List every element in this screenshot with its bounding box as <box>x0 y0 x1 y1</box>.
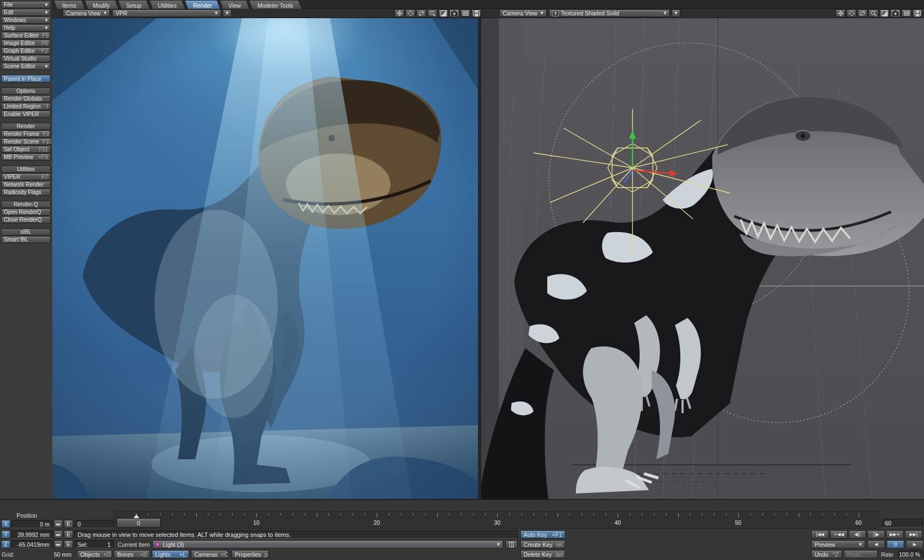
render-view-icon[interactable] <box>449 9 459 17</box>
right-viewport-options-dropdown[interactable]: ▼ <box>672 9 680 17</box>
tab-render[interactable]: Render <box>186 0 219 9</box>
limited-region-button[interactable]: Limited Regionl <box>1 103 51 110</box>
zoom-view-icon[interactable] <box>427 9 437 17</box>
enable-viper-button[interactable]: Enable VIPER <box>1 111 51 118</box>
network-render-button[interactable]: Network Render <box>1 181 51 188</box>
right-render-mode-dropdown[interactable]: TTextured Shaded Solid▼ <box>549 9 670 17</box>
preview-dropdown[interactable]: Preview▼ <box>811 540 865 548</box>
ruler-tick <box>654 513 654 515</box>
pause-button[interactable]: || <box>887 540 904 548</box>
save-view-icon[interactable] <box>471 9 481 17</box>
jump-first-frame-button[interactable]: |◀◀ <box>811 530 829 539</box>
lights-mode-button[interactable]: Lights+L <box>152 550 189 558</box>
viper-button[interactable]: VIPERF7 <box>1 173 51 180</box>
chevron-down-icon: ▼ <box>674 11 677 15</box>
redo-button[interactable]: Redo <box>844 550 878 558</box>
left-viewport-vpr-render[interactable] <box>52 18 478 499</box>
tab-modeler-tools[interactable]: Modeler Tools <box>250 0 300 9</box>
render-scene-button[interactable]: Render SceneF10 <box>1 138 51 145</box>
open-renderq-button[interactable]: Open RenderQ <box>1 208 51 216</box>
minmax-view-icon[interactable] <box>879 9 889 17</box>
ruler-tick <box>618 513 618 517</box>
create-key-button[interactable]: Create Keyret <box>520 540 565 548</box>
jump-last-frame-button[interactable]: ▶▶| <box>905 530 922 539</box>
close-renderq-button[interactable]: Close RenderQ <box>1 216 51 223</box>
graph-editor-button[interactable]: Graph Editor^F2 <box>1 47 51 54</box>
ruler-tick <box>377 513 377 517</box>
image-editor-button[interactable]: Image EditorF6 <box>1 40 51 47</box>
render-frame-button[interactable]: Render FrameF9 <box>1 130 51 138</box>
properties-button[interactable]: Propertiesp <box>232 550 269 558</box>
scene-editor-button[interactable]: Scene Editor▼ <box>1 63 51 70</box>
left-view-mode-dropdown[interactable]: Camera View▼ <box>63 9 110 17</box>
x-nudge-arrows[interactable]: ◀▶ <box>54 520 63 528</box>
right-view-mode-dropdown[interactable]: Camera View▼ <box>499 9 547 17</box>
tab-items[interactable]: Items <box>55 0 84 9</box>
smart-ibl-button[interactable]: Smart IBL <box>1 236 51 243</box>
center-item-icon[interactable] <box>835 9 845 17</box>
rate-value-field[interactable]: 100.0 % <box>898 550 923 558</box>
y-position-field[interactable]: 39.9992 mm <box>12 530 53 539</box>
render-globals-button[interactable]: Render Globals <box>1 95 51 102</box>
play-forward-button[interactable]: ▶ <box>906 540 923 548</box>
ruler-tick <box>762 513 763 515</box>
y-axis-button[interactable]: Y <box>1 530 10 539</box>
view-menu-icon[interactable] <box>901 9 911 17</box>
move-view-icon[interactable] <box>405 9 415 17</box>
undo-button[interactable]: Undo^Z <box>811 550 842 558</box>
item-properties-icon[interactable] <box>505 540 518 548</box>
file-menu-button[interactable]: File▼ <box>1 1 51 8</box>
minmax-view-icon[interactable] <box>438 9 448 17</box>
bones-mode-button[interactable]: Bones+B <box>114 550 150 558</box>
surface-editor-button[interactable]: Surface EditorF5 <box>1 32 51 39</box>
move-view-icon[interactable] <box>846 9 856 17</box>
left-viewport-options-dropdown[interactable]: ▼ <box>223 9 232 17</box>
next-keyframe-button[interactable]: ▶▶+ <box>886 530 904 539</box>
current-frame-field[interactable]: 0 <box>74 520 114 528</box>
timeline-ruler[interactable]: 0 0102030405060 <box>114 511 879 529</box>
previous-keyframe-button[interactable]: +◀◀ <box>830 530 848 539</box>
zoom-view-icon[interactable] <box>868 9 878 17</box>
right-viewport-shaded[interactable] <box>481 18 924 499</box>
play-reverse-button[interactable]: ◀ <box>867 540 885 548</box>
frame-slider-handle[interactable]: 0 <box>117 518 161 528</box>
x-envelope-button[interactable]: E <box>64 520 73 528</box>
edit-menu-button[interactable]: Edit▼ <box>1 9 51 16</box>
cameras-mode-button[interactable]: Cameras+C <box>191 550 228 558</box>
sel-object-button[interactable]: Sel ObjectF11 <box>1 146 51 153</box>
auto-key-button[interactable]: Auto Key+F1 <box>520 530 565 539</box>
tab-setup[interactable]: Setup <box>119 0 148 9</box>
tab-utilities[interactable]: Utilities <box>151 0 184 9</box>
save-view-icon[interactable] <box>912 9 922 17</box>
help-menu-button[interactable]: Help▼ <box>1 24 51 31</box>
last-frame-field[interactable]: 60 <box>882 519 923 528</box>
render-view-icon[interactable] <box>890 9 900 17</box>
mb-preview-button[interactable]: MB Preview+F9 <box>1 153 51 161</box>
delete-key-button[interactable]: Delete Keydel <box>520 550 565 558</box>
previous-frame-button[interactable]: ◀|| <box>849 530 866 539</box>
rotate-view-icon[interactable] <box>416 9 426 17</box>
z-axis-button[interactable]: Z <box>1 540 10 548</box>
left-render-mode-dropdown[interactable]: VPR▼ <box>112 9 221 17</box>
y-nudge-arrows[interactable]: ◀▶ <box>54 530 63 539</box>
z-nudge-arrows[interactable]: ◀▶ <box>54 540 63 548</box>
windows-menu-button[interactable]: Windows▼ <box>1 17 51 24</box>
current-item-dropdown[interactable]: Light (3) ▼ <box>152 540 503 548</box>
objects-mode-button[interactable]: Objects+O <box>77 550 112 558</box>
x-position-field[interactable]: 0 m <box>12 520 53 528</box>
rotate-view-icon[interactable] <box>857 9 867 17</box>
y-envelope-button[interactable]: E <box>64 530 73 539</box>
center-item-icon[interactable] <box>394 9 404 17</box>
z-envelope-button[interactable]: E <box>64 540 73 548</box>
tab-view[interactable]: View <box>221 0 248 9</box>
tab-modify[interactable]: Modify <box>86 0 117 9</box>
z-position-field[interactable]: -65.0419mm <box>12 540 53 548</box>
radiosity-flags-button[interactable]: Radiosity Flags <box>1 189 51 196</box>
next-frame-button[interactable]: ||▶ <box>867 530 885 539</box>
virtual-studio-button[interactable]: Virtual Studio <box>1 55 51 62</box>
parent-in-place-button[interactable]: Parent in Place <box>1 75 51 83</box>
x-axis-button[interactable]: X <box>1 520 10 528</box>
selection-count-field: Sel:1 <box>74 540 114 548</box>
view-menu-icon[interactable] <box>460 9 470 17</box>
ruler-tick <box>437 513 438 517</box>
